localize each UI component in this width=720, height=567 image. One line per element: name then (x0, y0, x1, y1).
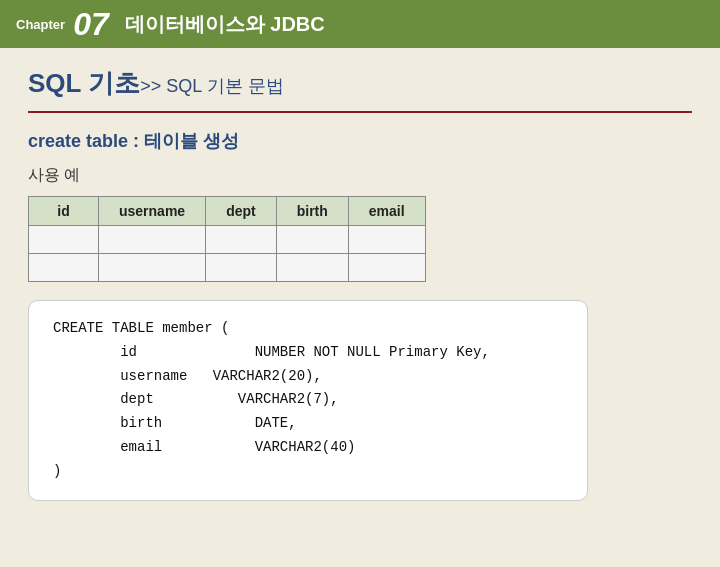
usage-label: 사용 예 (28, 165, 692, 186)
code-line: username VARCHAR2(20), (53, 365, 563, 389)
code-line: id NUMBER NOT NULL Primary Key, (53, 341, 563, 365)
table-cell (99, 226, 206, 254)
code-line: dept VARCHAR2(7), (53, 388, 563, 412)
page-title: SQL 기초>> SQL 기본 문법 (28, 66, 692, 101)
chapter-number: 07 (73, 8, 109, 40)
table-cell (29, 254, 99, 282)
code-line: email VARCHAR2(40) (53, 436, 563, 460)
table-row (29, 226, 426, 254)
header-bar: Chapter 07 데이터베이스와 JDBC (0, 0, 720, 48)
section-heading: create table : 테이블 생성 (28, 129, 692, 153)
table-header-cell: username (99, 197, 206, 226)
table-header-row: idusernamedeptbirthemail (29, 197, 426, 226)
table-cell (99, 254, 206, 282)
table-header-cell: dept (206, 197, 277, 226)
main-content: SQL 기초>> SQL 기본 문법 create table : 테이블 생성… (0, 48, 720, 501)
page-title-prefix: SQL 기초 (28, 68, 140, 98)
table-cell (206, 254, 277, 282)
header-title: 데이터베이스와 JDBC (125, 11, 325, 38)
table-cell (348, 254, 425, 282)
table-cell (29, 226, 99, 254)
page-subtitle: >> SQL 기본 문법 (140, 76, 283, 96)
divider (28, 111, 692, 113)
code-box: CREATE TABLE member ( id NUMBER NOT NULL… (28, 300, 588, 501)
table-cell (276, 254, 348, 282)
code-line: CREATE TABLE member ( (53, 317, 563, 341)
data-table: idusernamedeptbirthemail (28, 196, 426, 282)
code-line: ) (53, 460, 563, 484)
table-header-cell: id (29, 197, 99, 226)
table-wrapper: idusernamedeptbirthemail (28, 196, 692, 282)
table-cell (276, 226, 348, 254)
table-cell (348, 226, 425, 254)
code-line: birth DATE, (53, 412, 563, 436)
table-header-cell: email (348, 197, 425, 226)
table-cell (206, 226, 277, 254)
chapter-label: Chapter (16, 17, 65, 32)
table-row (29, 254, 426, 282)
table-header-cell: birth (276, 197, 348, 226)
